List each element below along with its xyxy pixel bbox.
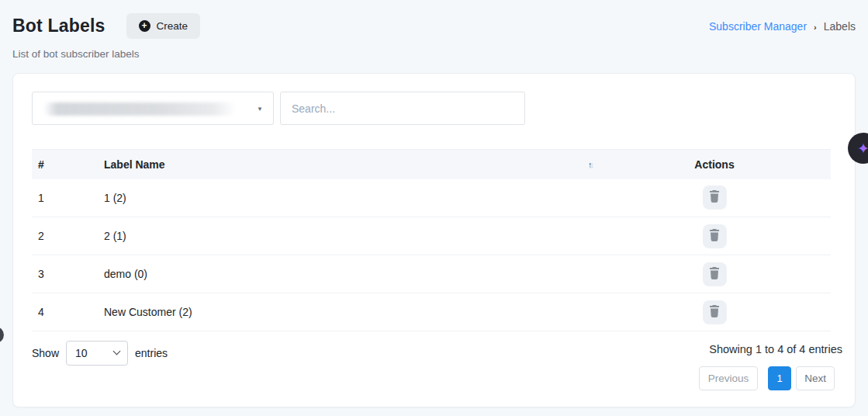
- next-page-button[interactable]: Next: [796, 366, 835, 390]
- row-label: demo (0): [98, 255, 598, 293]
- filters-row: ▼: [32, 92, 525, 125]
- row-actions: [598, 255, 831, 293]
- search-input[interactable]: [280, 92, 525, 125]
- show-label: Show: [32, 347, 59, 359]
- caret-down-icon: ▼: [257, 105, 263, 112]
- page-subtitle: List of bot subscriber labels: [12, 48, 856, 60]
- sort-desc-icon: ↓: [590, 160, 593, 169]
- column-header-actions: Actions: [598, 150, 831, 179]
- showing-entries-text: Showing 1 to 4 of 4 entries: [709, 343, 842, 355]
- row-index: 3: [32, 255, 98, 293]
- column-header-label-name[interactable]: Label Name ↑↓: [98, 150, 598, 179]
- column-header-index: #: [32, 150, 98, 179]
- pagination: Previous 1 Next: [699, 366, 835, 390]
- trash-icon: [709, 190, 720, 205]
- row-label: New Customer (2): [98, 293, 598, 331]
- create-button[interactable]: + Create: [126, 13, 201, 39]
- table-row: 3 demo (0): [32, 255, 831, 293]
- plus-circle-icon: +: [139, 20, 150, 32]
- previous-page-button[interactable]: Previous: [699, 366, 759, 390]
- page-1-button[interactable]: 1: [768, 366, 791, 390]
- create-button-label: Create: [157, 20, 188, 32]
- row-label: 2 (1): [98, 217, 598, 255]
- row-index: 1: [32, 179, 98, 217]
- table-row: 2 2 (1): [32, 217, 831, 255]
- entries-label: entries: [135, 347, 168, 359]
- breadcrumb: Subscriber Manager › Labels: [709, 20, 856, 33]
- page-title: Bot Labels: [12, 16, 105, 36]
- sort-icon: ↑↓: [588, 160, 592, 169]
- trash-icon: [709, 229, 720, 244]
- column-header-label-name-text: Label Name: [104, 158, 165, 171]
- table-row: 1 1 (2): [32, 179, 831, 217]
- left-edge-button[interactable]: [0, 327, 4, 343]
- row-actions: [598, 179, 831, 217]
- labels-table: # Label Name ↑↓ Actions 1 1 (2) 2: [32, 149, 831, 331]
- sparkle-icon: ✦: [857, 141, 868, 156]
- delete-label-button[interactable]: [703, 224, 727, 248]
- entries-control: Show 10 entries: [32, 341, 168, 366]
- breadcrumb-current: Labels: [824, 20, 856, 33]
- breadcrumb-link-subscriber-manager[interactable]: Subscriber Manager: [709, 20, 807, 33]
- trash-icon: [709, 267, 720, 282]
- entries-per-page-select[interactable]: 10: [66, 341, 128, 366]
- table-row: 4 New Customer (2): [32, 293, 831, 331]
- delete-label-button[interactable]: [703, 300, 727, 324]
- redacted-selected-value: [43, 102, 236, 116]
- delete-label-button[interactable]: [703, 185, 727, 210]
- row-actions: [598, 293, 831, 331]
- breadcrumb-separator-icon: ›: [814, 22, 817, 32]
- bot-select-dropdown[interactable]: ▼: [32, 92, 274, 125]
- row-label: 1 (2): [98, 179, 598, 217]
- row-index: 4: [32, 293, 98, 331]
- row-index: 2: [32, 217, 98, 255]
- page-header: Bot Labels + Create List of bot subscrib…: [12, 0, 856, 70]
- table-header-row: # Label Name ↑↓ Actions: [32, 150, 831, 179]
- trash-icon: [709, 305, 720, 320]
- delete-label-button[interactable]: [703, 262, 727, 286]
- labels-card: ▼ # Label Name ↑↓ Actions 1 1 (2): [12, 73, 856, 407]
- row-actions: [598, 217, 831, 255]
